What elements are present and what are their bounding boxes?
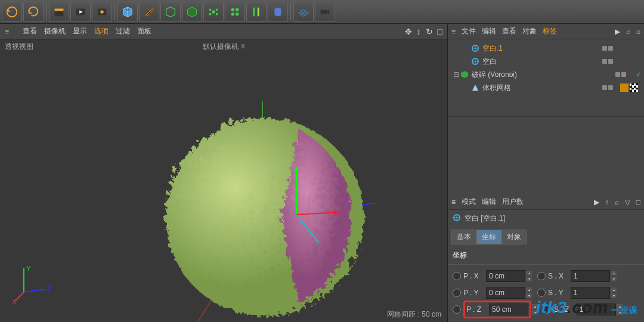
attr-menu-user[interactable]: 用户数 (502, 197, 524, 207)
vp-menu-panel[interactable]: 面板 (137, 26, 151, 36)
highlight-pz: P . Z 50 cm (463, 301, 531, 318)
search-icon[interactable]: ⌕ (626, 27, 630, 36)
tool-field[interactable] (203, 2, 224, 22)
watermark: itk3.com 一堂课 (536, 298, 639, 317)
attributes-tabs: 基本 坐标 对象 (448, 227, 644, 247)
om-menu-edit[interactable]: 编辑 (482, 26, 496, 36)
tab-object[interactable]: 对象 (501, 230, 527, 244)
object-row-null1[interactable]: 空白.1 (450, 42, 642, 55)
svg-rect-2 (55, 8, 64, 11)
hamburger-icon[interactable]: ≡ (451, 198, 456, 206)
input-sy[interactable]: 1 (571, 287, 610, 299)
hamburger-icon[interactable]: ≡ (451, 27, 456, 36)
object-row-null[interactable]: 空白 (450, 55, 642, 68)
object-tree[interactable]: 空白.1 空白 ⊟ 破碎 (Voronoi) ✓ 体积网 (448, 39, 644, 117)
null-icon (453, 213, 461, 224)
vp-menu-view[interactable]: 查看 (23, 26, 37, 36)
tool-clapper[interactable] (49, 2, 69, 22)
tool-pen[interactable] (139, 2, 159, 22)
check-icon[interactable]: ✓ (636, 70, 642, 79)
attributes-menubar: ≡ 模式 编辑 用户数 ▶ ↑ ⌕ ▽ □ (448, 194, 644, 210)
tool-redo[interactable] (23, 2, 44, 22)
spinner[interactable]: ▴▾ (610, 270, 617, 282)
om-menu-file[interactable]: 文件 (462, 26, 476, 36)
attr-menu-mode[interactable]: 模式 (462, 197, 476, 207)
svg-rect-16 (258, 7, 259, 16)
tool-wirecube[interactable] (160, 2, 181, 22)
arrow-right-icon[interactable]: ▶ (594, 198, 599, 206)
radio-icon[interactable] (537, 289, 546, 297)
radio-icon[interactable] (453, 305, 461, 314)
null-icon (470, 57, 480, 66)
coord-row-px: P . X 0 cm ▴▾ S . X 1 ▴▾ (450, 268, 642, 284)
svg-point-6 (212, 10, 215, 14)
tool-render-settings[interactable] (92, 2, 112, 22)
tool-cloner[interactable] (225, 2, 245, 22)
om-menu-tags[interactable]: 标签 (543, 26, 557, 36)
expand-icon[interactable]: ⊟ (453, 70, 460, 79)
tool-camera[interactable] (315, 2, 335, 22)
zoom-view-icon[interactable]: ↕ (417, 27, 421, 36)
svg-point-13 (231, 12, 235, 15)
radio-icon[interactable] (453, 272, 461, 280)
viewport[interactable]: ≡ 查看 摄像机 显示 选项 过滤 面板 ✥ ↕ ↻ □ 透视视图 默认摄像机 … (0, 24, 447, 322)
attributes-section: 坐标 (448, 247, 644, 265)
svg-point-7 (209, 8, 212, 11)
input-px[interactable]: 0 cm (486, 270, 525, 282)
viewport-label: 透视视图 (5, 42, 33, 52)
home-icon[interactable]: ⌂ (636, 27, 640, 36)
hamburger-icon[interactable]: ≡ (5, 27, 16, 36)
attributes-title: 空白 [空白.1] (448, 210, 644, 227)
svg-point-10 (216, 13, 218, 15)
viewport-menubar: ≡ 查看 摄像机 显示 选项 过滤 面板 ✥ ↕ ↻ □ (0, 24, 447, 39)
layout-icon[interactable]: □ (438, 27, 442, 36)
axis-gizmo[interactable]: Y Z X (12, 262, 54, 304)
filter-icon[interactable]: ▽ (625, 198, 630, 206)
om-menu-view[interactable]: 查看 (502, 26, 516, 36)
vp-menu-camera[interactable]: 摄像机 (44, 26, 66, 36)
vp-menu-filter[interactable]: 过滤 (116, 26, 130, 36)
scene-sphere (149, 101, 376, 322)
main-toolbar (0, 0, 644, 24)
tab-basic[interactable]: 基本 (451, 230, 476, 244)
tool-generator[interactable] (182, 2, 202, 22)
rotate-view-icon[interactable]: ↻ (426, 27, 433, 36)
uvw-tag[interactable] (630, 83, 638, 92)
tool-play[interactable] (70, 2, 91, 22)
svg-rect-15 (253, 7, 255, 16)
svg-point-12 (236, 8, 239, 11)
attr-menu-edit[interactable]: 编辑 (482, 197, 496, 207)
arrow-right-icon[interactable]: ▶ (615, 27, 620, 36)
spinner[interactable]: ▴▾ (525, 287, 532, 299)
viewport-footer: 网格间距 : 50 cm (387, 309, 441, 320)
svg-point-8 (216, 8, 218, 11)
input-sx[interactable]: 1 (571, 270, 610, 282)
move-view-icon[interactable]: ✥ (405, 27, 412, 36)
svg-text:Z: Z (47, 285, 51, 292)
tool-cube[interactable] (117, 2, 138, 22)
camera-dots-icon[interactable]: ⠿ (241, 44, 245, 50)
tool-align[interactable] (246, 2, 267, 22)
svg-line-29 (24, 289, 45, 292)
svg-point-5 (100, 10, 104, 14)
tab-coord[interactable]: 坐标 (476, 230, 501, 244)
input-py[interactable]: 0 cm (486, 287, 525, 299)
search-icon[interactable]: ⌕ (615, 198, 619, 206)
om-menu-object[interactable]: 对象 (522, 26, 537, 36)
vp-menu-options[interactable]: 选项 (94, 26, 109, 36)
object-row-volume[interactable]: 体积网格 (450, 81, 642, 94)
svg-rect-1 (55, 11, 64, 16)
layout-icon[interactable]: □ (636, 198, 640, 206)
radio-icon[interactable] (453, 289, 461, 297)
tool-deformer[interactable] (268, 2, 288, 22)
spinner[interactable]: ▴▾ (610, 287, 617, 299)
input-pz[interactable]: 50 cm (489, 304, 528, 315)
vp-menu-display[interactable]: 显示 (73, 26, 87, 36)
tool-floor[interactable] (293, 2, 314, 22)
material-tag[interactable] (620, 83, 628, 92)
nav-up-icon[interactable]: ↑ (605, 198, 609, 206)
tool-undo[interactable] (2, 2, 22, 22)
radio-icon[interactable] (537, 272, 546, 280)
object-row-fracture[interactable]: ⊟ 破碎 (Voronoi) ✓ (450, 68, 642, 81)
spinner[interactable]: ▴▾ (525, 270, 532, 282)
